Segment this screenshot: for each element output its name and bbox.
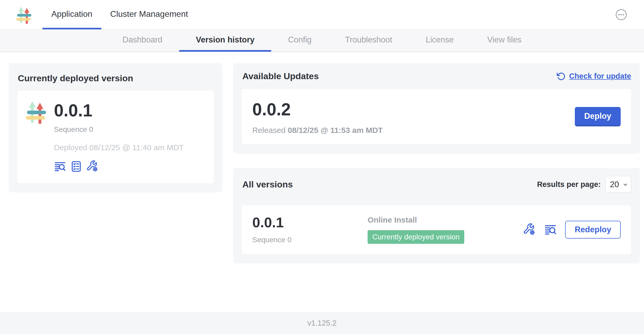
- edit-config-icon[interactable]: [86, 160, 99, 173]
- tab-license[interactable]: License: [409, 30, 471, 52]
- update-version-number: 0.0.2: [252, 101, 383, 118]
- available-update-row: 0.0.2 Released 08/12/25 @ 11:53 am MDT D…: [242, 89, 631, 144]
- all-versions-card: All versions Results per page: 20: [233, 168, 640, 263]
- app-logo-icon: [25, 100, 48, 173]
- main-content: Currently deployed version 0.0.1 Sequenc…: [0, 52, 644, 312]
- right-column: Available Updates Check for update 0.0.2: [233, 63, 640, 312]
- preflight-checks-icon[interactable]: [70, 160, 82, 173]
- available-updates-title: Available Updates: [242, 71, 319, 81]
- edit-config-icon[interactable]: [523, 223, 536, 236]
- check-for-update-label: Check for update: [569, 72, 631, 80]
- tab-config[interactable]: Config: [271, 30, 328, 52]
- available-updates-card: Available Updates Check for update 0.0.2: [233, 63, 640, 154]
- update-released-line: Released 08/12/25 @ 11:53 am MDT: [252, 126, 383, 135]
- results-per-page-select[interactable]: 20: [605, 176, 631, 193]
- currently-deployed-badge: Currently deployed version: [368, 230, 464, 244]
- overflow-menu-button[interactable]: [615, 9, 627, 21]
- app-logo-icon: [16, 6, 33, 24]
- row-version-number: 0.0.1: [252, 215, 368, 229]
- top-nav: Application Cluster Management: [42, 0, 197, 29]
- tab-cluster-management[interactable]: Cluster Management: [101, 0, 197, 29]
- console-footer: v1.125.2: [0, 312, 644, 334]
- currently-deployed-card: Currently deployed version 0.0.1 Sequenc…: [9, 63, 222, 192]
- deployed-timestamp: Deployed 08/12/25 @ 11:40 am MDT: [54, 143, 184, 152]
- released-prefix: Released: [252, 126, 288, 134]
- ellipsis-circle-icon: [615, 9, 627, 21]
- released-timestamp: 08/12/25 @ 11:53 am MDT: [288, 126, 383, 134]
- release-notes-icon[interactable]: [54, 160, 66, 173]
- tab-dashboard[interactable]: Dashboard: [106, 30, 179, 52]
- row-sequence: Sequence 0: [252, 236, 368, 244]
- deployed-version-panel: 0.0.1 Sequence 0 Deployed 08/12/25 @ 11:…: [17, 91, 214, 183]
- tab-troubleshoot[interactable]: Troubleshoot: [328, 30, 409, 52]
- deployed-version-number: 0.0.1: [54, 102, 184, 119]
- check-for-update-link[interactable]: Check for update: [556, 72, 631, 81]
- deployed-sequence: Sequence 0: [54, 125, 184, 134]
- version-row: 0.0.1 Sequence 0 Online Install Currentl…: [242, 205, 631, 254]
- deployed-card-title: Currently deployed version: [18, 73, 214, 83]
- install-type-label: Online Install: [368, 216, 523, 224]
- deployed-action-icons: [54, 160, 184, 173]
- tab-application[interactable]: Application: [42, 0, 101, 29]
- console-version: v1.125.2: [307, 319, 336, 327]
- release-notes-icon[interactable]: [544, 223, 557, 236]
- redeploy-button[interactable]: Redeploy: [565, 221, 621, 239]
- results-per-page-label: Results per page:: [537, 180, 601, 189]
- app-header: Application Cluster Management: [0, 0, 644, 30]
- all-versions-title: All versions: [242, 179, 293, 190]
- tab-view-files[interactable]: View files: [471, 30, 538, 52]
- app-subnav: Dashboard Version history Config Trouble…: [0, 30, 644, 52]
- deploy-button[interactable]: Deploy: [575, 107, 621, 126]
- tab-version-history[interactable]: Version history: [179, 30, 271, 52]
- refresh-icon: [556, 72, 566, 81]
